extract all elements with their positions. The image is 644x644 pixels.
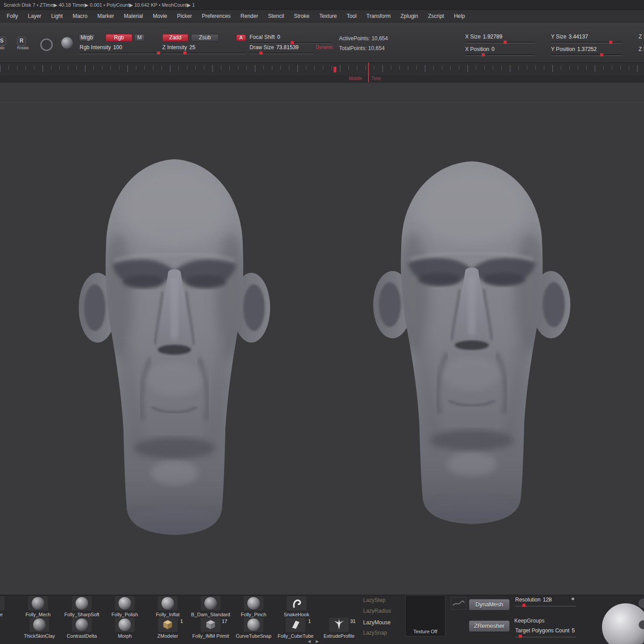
slider-handle[interactable] — [157, 51, 160, 55]
menu-help[interactable]: Help — [449, 10, 470, 22]
brush-item[interactable]: Folly_Pinch — [232, 596, 275, 617]
lazymouse-button[interactable]: LazyMouse — [363, 619, 390, 626]
lazyradius-button[interactable]: LazyRadius — [363, 608, 391, 614]
menu-material[interactable]: Material — [119, 10, 148, 22]
y-size-slider[interactable]: Y Size3.44137 — [551, 34, 623, 43]
material-preview-sphere[interactable] — [602, 603, 644, 644]
slider-handle[interactable] — [482, 53, 485, 56]
keepgroups-button[interactable]: KeepGroups — [514, 618, 544, 624]
brush-count-badge: 31 — [350, 619, 356, 624]
draw-size-slider[interactable]: Draw Size73.81539 — [250, 44, 314, 54]
brush-item[interactable]: Morph — [103, 618, 146, 639]
sculpt-head-left[interactable] — [79, 159, 270, 539]
target-polygons-slider[interactable]: Target Polygons Count5 — [515, 627, 576, 637]
sculpt-head-right[interactable] — [373, 161, 570, 528]
slider-handle[interactable] — [504, 41, 507, 44]
gradient-sphere-icon[interactable] — [61, 37, 73, 49]
zadd-button[interactable]: Zadd — [162, 34, 188, 42]
rotate-button[interactable]: R Rotate — [17, 37, 29, 50]
brush-item-partial[interactable] — [0, 596, 4, 610]
menu-render[interactable]: Render — [236, 10, 263, 22]
lazystep-button[interactable]: LazyStep — [363, 597, 386, 603]
slider-handle[interactable] — [609, 41, 612, 44]
target-polygons-value: 5 — [572, 627, 575, 634]
slider-handle[interactable] — [600, 53, 603, 56]
menu-picker[interactable]: Picker — [172, 10, 197, 22]
slider-handle[interactable] — [519, 635, 522, 638]
rgb-intensity-value: 100 — [113, 44, 122, 51]
rgb-button[interactable]: Rgb — [106, 34, 132, 42]
timeline-playhead[interactable] — [334, 67, 336, 72]
menu-zscript[interactable]: Zscript — [423, 10, 449, 22]
edge-button[interactable] — [639, 599, 644, 608]
dynamesh-button[interactable]: DynaMesh — [469, 599, 510, 610]
brush-item[interactable]: CurveTubeSnap — [232, 618, 275, 639]
menu-light[interactable]: Light — [46, 10, 68, 22]
model-viewport[interactable] — [0, 83, 644, 595]
brush-sphere-icon — [204, 597, 217, 610]
menu-preferences[interactable]: Preferences — [197, 10, 236, 22]
scale-button[interactable]: S ale — [0, 37, 6, 50]
y-position-value: 1.37252 — [577, 46, 597, 52]
zremesher-button[interactable]: ZRemesher — [469, 620, 510, 632]
z-size-slider-partial[interactable]: Z S — [639, 34, 644, 40]
mrgb-button[interactable]: Mrgb — [79, 34, 95, 42]
menu-texture[interactable]: Texture — [314, 10, 342, 22]
brush-sphere-icon — [76, 619, 88, 631]
stroke-type-icon[interactable] — [451, 597, 466, 610]
menu-zplugin[interactable]: Zplugin — [396, 10, 423, 22]
timeline-label-right: Time — [371, 76, 381, 81]
m-button[interactable]: M — [134, 34, 145, 42]
slider-handle[interactable] — [291, 41, 294, 44]
sculpt-canvas[interactable] — [0, 83, 644, 595]
y-size-value: 3.44137 — [568, 34, 588, 40]
slider-handle[interactable] — [183, 51, 186, 55]
focal-shift-slider[interactable]: Focal Shift0 — [250, 34, 332, 44]
bottom-tray: e Folly_Mech Folly_SharpSoft Folly_Polis… — [0, 595, 644, 644]
dynamic-toggle[interactable]: Dynamic — [316, 45, 333, 50]
tray-pager-right-icon[interactable]: ▶ — [316, 639, 319, 644]
brush-item[interactable]: Folly_Polish — [103, 596, 146, 617]
brush-item[interactable]: Folly_Inflat — [146, 596, 189, 617]
tray-pager-left-icon[interactable]: ◀ — [308, 639, 311, 644]
a-button[interactable]: A — [236, 34, 246, 41]
zmodeler-cube-icon — [160, 619, 175, 631]
timeline-substrip — [0, 75, 644, 83]
menu-transform[interactable]: Transform — [361, 10, 395, 22]
brush-sphere-icon — [32, 597, 44, 610]
brush-label: ContrastDelta — [60, 633, 103, 639]
brush-item[interactable]: Folly_Mech — [17, 596, 59, 617]
rgb-intensity-slider[interactable]: Rgb Intensity100 — [80, 44, 160, 54]
y-position-label: Y Position — [551, 46, 575, 52]
brush-item[interactable]: ContrastDelta — [60, 618, 103, 639]
brush-alpha-ring-icon[interactable] — [40, 38, 53, 51]
cubetube-wedge-icon — [288, 619, 303, 631]
y-position-slider[interactable]: Y Position1.37252 — [551, 46, 623, 56]
timeline-cursor[interactable] — [368, 63, 369, 82]
z-intensity-slider[interactable]: Z Intensity25 — [162, 44, 246, 54]
resolution-slider[interactable]: Resolution128 — [515, 597, 576, 606]
menu-folly[interactable]: Folly — [2, 10, 23, 22]
menu-movie[interactable]: Movie — [148, 10, 172, 22]
z-position-slider-partial[interactable]: Z P — [639, 46, 644, 52]
slider-handle[interactable] — [259, 51, 263, 55]
brush-item[interactable]: ThickSkinClay — [18, 618, 61, 639]
menu-stroke[interactable]: Stroke — [289, 10, 314, 22]
timeline-ruler[interactable] — [0, 63, 644, 76]
lazysnap-button[interactable]: LazySnap — [363, 630, 387, 636]
menu-marker[interactable]: Marker — [93, 10, 119, 22]
menu-layer[interactable]: Layer — [23, 10, 46, 22]
menu-macro[interactable]: Macro — [68, 10, 92, 22]
brush-item[interactable]: B_Dam_Standard — [189, 596, 232, 617]
zsub-button[interactable]: Zsub — [191, 34, 219, 42]
x-position-slider[interactable]: X Position0 — [465, 46, 535, 56]
menu-tool[interactable]: Tool — [342, 10, 361, 22]
brush-item[interactable]: SnakeHook — [275, 596, 318, 617]
brush-sphere-icon — [33, 619, 46, 631]
brush-item[interactable]: Folly_SharpSoft — [60, 596, 103, 617]
slider-handle[interactable] — [522, 604, 525, 607]
texture-panel[interactable]: Texture Off — [405, 595, 445, 636]
dot-indicator[interactable] — [572, 597, 574, 600]
x-size-slider[interactable]: X Size1.92789 — [465, 34, 535, 43]
menu-stencil[interactable]: Stencil — [263, 10, 289, 22]
